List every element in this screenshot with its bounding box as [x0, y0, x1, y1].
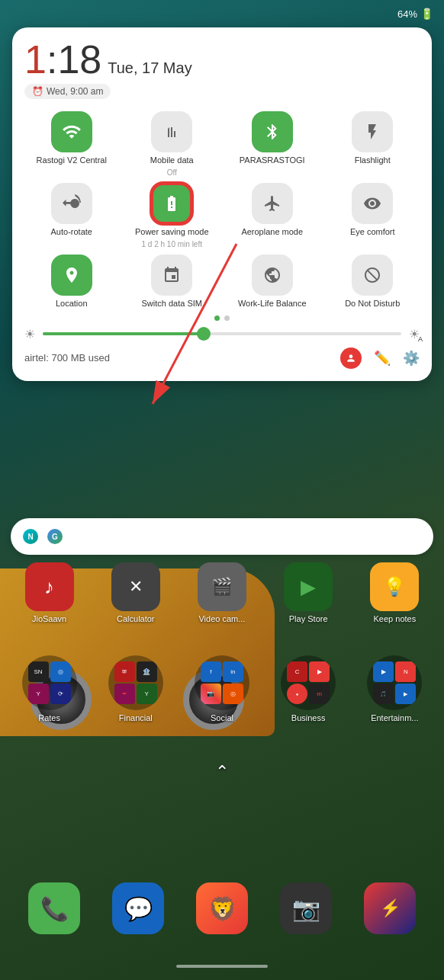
dock-phone-icon[interactable]: 📞 [28, 882, 80, 934]
folder-business[interactable]: C ▶ ● m Business [270, 655, 346, 722]
search-bar[interactable]: N G [11, 518, 433, 555]
dock-messages-icon[interactable]: 💬 [112, 882, 164, 934]
dock: 📞 💬 🦁 📷 ⚡ [12, 882, 432, 934]
flashlight-label: Flashlight [355, 155, 391, 165]
folder-financial[interactable]: क 🏦 ✒ Y Financial [98, 655, 174, 722]
mobile-data-sublabel: Off [167, 168, 177, 177]
dnd-toggle[interactable] [352, 255, 393, 296]
time-row: 1:18 Tue, 17 May [24, 40, 420, 79]
wifi-toggle[interactable] [51, 111, 92, 152]
toggle-item-mobile-data: Mobile data Off [125, 111, 220, 177]
powersaving-label: Power saving mode [135, 227, 209, 237]
worklife-toggle[interactable] [252, 255, 293, 296]
wifi-label: Rastogi V2 Central [37, 155, 107, 165]
aeroplane-label: Aeroplane mode [241, 227, 303, 237]
battery-icon: 🔋 [420, 8, 433, 20]
brightness-row: ☀ ☀A [24, 327, 420, 341]
mobile-data-label: Mobile data [150, 155, 194, 165]
search-logo-g: G [47, 529, 63, 544]
user-icon[interactable] [340, 347, 362, 369]
powersaving-toggle[interactable] [151, 183, 192, 224]
toggle-item-autorotate: Auto-rotate [24, 183, 119, 248]
folder-entertainment[interactable]: ▶ N 🎵 ▶ Entertainm... [356, 655, 433, 722]
app-playstore[interactable]: ▶ Play Store [270, 562, 346, 623]
brightness-fill [43, 332, 204, 335]
app-calculator[interactable]: ✕ Calculator [98, 562, 174, 623]
flashlight-toggle[interactable] [352, 111, 393, 152]
videocam-icon: 🎬 [198, 562, 246, 611]
dnd-label: Do Not Disturb [345, 299, 400, 309]
settings-icon[interactable]: ⚙️ [403, 350, 420, 367]
mobile-data-toggle[interactable] [151, 111, 192, 152]
time-colon: : [47, 37, 57, 82]
home-indicator[interactable] [176, 965, 268, 968]
search-logo-n-text: N [27, 533, 33, 541]
footer-row: airtel: 700 MB used ✏️ ⚙️ [24, 347, 420, 369]
folder-business-label: Business [291, 713, 326, 722]
folder-business-icon: C ▶ ● m [281, 655, 336, 710]
jiosaavn-label: JioSaavn [32, 614, 66, 623]
autorotate-label: Auto-rotate [51, 227, 92, 237]
toggle-item-location: Location [24, 255, 119, 309]
brightness-track[interactable] [43, 332, 401, 335]
toggle-grid: Rastogi V2 Central Mobile data Off PARAS… [24, 111, 420, 309]
folder-rates[interactable]: SN ◎ Y ⟳ Rates [11, 655, 88, 722]
battery-percentage: 64% [397, 8, 417, 20]
autorotate-toggle[interactable] [51, 183, 92, 224]
aeroplane-toggle[interactable] [252, 183, 293, 224]
alarm-pill[interactable]: ⏰ Wed, 9:00 am [24, 84, 111, 99]
alarm-icon: ⏰ [32, 86, 43, 97]
folder-financial-label: Financial [119, 713, 153, 722]
dock-camera-icon[interactable]: 📷 [280, 882, 332, 934]
folder-social[interactable]: f in 📷 ◎ Social [184, 655, 260, 722]
time-display: 1:18 [24, 40, 101, 79]
toggle-item-bluetooth: PARASRASTOGI [225, 111, 320, 177]
toggle-item-switchsim: Switch data SIM [125, 255, 220, 309]
keepnotes-label: Keep notes [374, 614, 417, 623]
calculator-label: Calculator [117, 614, 155, 623]
airtel-usage-text: airtel: 700 MB used [24, 352, 110, 363]
dock-misc-icon[interactable]: ⚡ [364, 882, 416, 934]
brightness-low-icon: ☀ [24, 327, 35, 341]
folder-row: SN ◎ Y ⟳ Rates क 🏦 ✒ Y Financial f in 📷 … [0, 655, 444, 722]
folder-social-icon: f in 📷 ◎ [195, 655, 249, 710]
app-jiosaavn[interactable]: ♪ JioSaavn [11, 562, 88, 623]
folder-financial-icon: क 🏦 ✒ Y [108, 655, 163, 710]
toggle-item-flashlight: Flashlight [326, 111, 420, 177]
powersaving-sublabel: 1 d 2 h 10 min left [142, 240, 203, 248]
search-logo-g-text: G [52, 533, 58, 541]
up-arrow[interactable]: ⌃ [215, 762, 229, 782]
bluetooth-toggle[interactable] [252, 111, 293, 152]
brightness-thumb[interactable] [197, 327, 211, 341]
dock-brave-icon[interactable]: 🦁 [196, 882, 248, 934]
date-display: Tue, 17 May [108, 59, 191, 77]
footer-icons: ✏️ ⚙️ [340, 347, 420, 369]
time-hour: 1 [24, 37, 47, 82]
app-icons-row: ♪ JioSaavn ✕ Calculator 🎬 Video cam... ▶… [0, 562, 444, 623]
dot-1 [214, 315, 220, 321]
page-dots [24, 315, 420, 321]
videocam-label: Video cam... [198, 614, 245, 623]
toggle-item-aeroplane: Aeroplane mode [225, 183, 320, 248]
jiosaavn-icon: ♪ [25, 562, 74, 611]
eyecomfort-toggle[interactable] [352, 183, 393, 224]
location-label: Location [56, 299, 88, 309]
folder-rates-icon: SN ◎ Y ⟳ [22, 655, 77, 710]
toggle-item-eyecomfort: Eye comfort [326, 183, 420, 248]
toggle-item-powersaving: Power saving mode 1 d 2 h 10 min left [125, 183, 220, 248]
alarm-label: Wed, 9:00 am [47, 86, 103, 97]
location-toggle[interactable] [51, 255, 92, 296]
folder-entertainment-icon: ▶ N 🎵 ▶ [367, 655, 422, 710]
quick-settings-panel: 1:18 Tue, 17 May ⏰ Wed, 9:00 am Rastogi … [12, 27, 432, 381]
app-keepnotes[interactable]: 💡 Keep notes [356, 562, 433, 623]
toggle-item-wifi: Rastogi V2 Central [24, 111, 119, 177]
edit-icon[interactable]: ✏️ [374, 350, 391, 367]
app-videocam[interactable]: 🎬 Video cam... [184, 562, 260, 623]
folder-social-label: Social [211, 713, 233, 722]
switchsim-toggle[interactable] [151, 255, 192, 296]
calculator-icon: ✕ [111, 562, 160, 611]
toggle-item-dnd: Do Not Disturb [326, 255, 420, 309]
eyecomfort-label: Eye comfort [350, 227, 395, 237]
bluetooth-label: PARASRASTOGI [240, 155, 305, 165]
playstore-label: Play Store [289, 614, 328, 623]
